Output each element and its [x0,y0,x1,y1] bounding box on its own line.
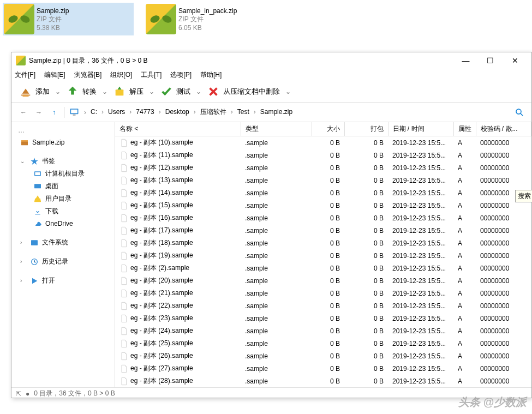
desktop-files: Sample.zip ZIP 文件 5.38 KB Sample_in_pack… [0,0,532,38]
file-size: 6.05 KB [178,24,237,32]
desktop-file[interactable]: Sample.zip ZIP 文件 5.38 KB [3,3,134,35]
peazip-file-icon [146,4,176,34]
desktop-file[interactable]: Sample_in_pack.zip ZIP 文件 6.05 KB [145,3,276,35]
file-name: Sample.zip [37,7,69,15]
peazip-file-icon [4,4,34,34]
file-type: ZIP 文件 [37,15,69,24]
file-size: 5.38 KB [37,24,69,32]
file-type: ZIP 文件 [178,15,237,24]
file-name: Sample_in_pack.zip [178,7,237,15]
